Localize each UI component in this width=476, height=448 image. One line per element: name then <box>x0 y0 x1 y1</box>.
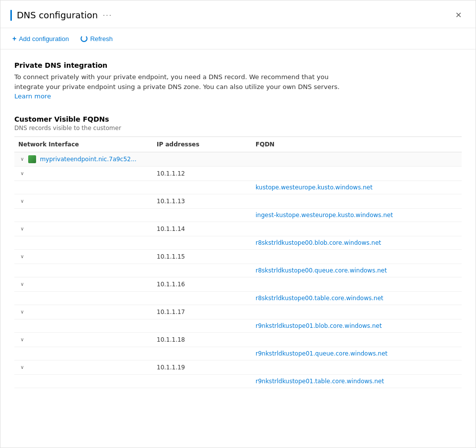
column-header-fqdn: FQDN <box>252 136 462 152</box>
row-chevron-3[interactable]: ∨ <box>18 253 26 261</box>
row-network-cell: ∨ <box>14 222 153 236</box>
refresh-button[interactable]: Refresh <box>79 34 115 44</box>
fqdn-ip-empty-2 <box>153 236 252 250</box>
fqdn-subtitle: DNS records visible to the customer <box>14 125 462 132</box>
row-ip-3: 10.1.1.15 <box>153 250 252 264</box>
row-fqdn-empty-5 <box>252 305 462 319</box>
private-dns-desc-text: To connect privately with your private e… <box>14 73 340 90</box>
row-fqdn-empty-1 <box>252 194 462 209</box>
nic-icon <box>28 155 36 163</box>
toolbar: + Add configuration Refresh <box>0 28 476 49</box>
table-row: r8skstrldkustope00.table.core.windows.ne… <box>14 292 462 305</box>
fqdn-indent-7 <box>14 375 153 388</box>
fqdn-value-7: r9nkstrldkustope01.table.core.windows.ne… <box>252 375 462 388</box>
table-row: r9nkstrldkustope01.blob.core.windows.net <box>14 319 462 333</box>
table-row: r8skstrldkustope00.queue.core.windows.ne… <box>14 264 462 277</box>
table-row: ∨ 10.1.1.15 <box>14 250 462 264</box>
fqdn-ip-empty-3 <box>153 264 252 277</box>
fqdn-ip-empty-0 <box>153 181 252 194</box>
row-ip-1: 10.1.1.13 <box>153 194 252 209</box>
row-network-cell: ∨ <box>14 277 153 292</box>
table-row: r9nkstrldkustope01.queue.core.windows.ne… <box>14 347 462 360</box>
panel-title-area: DNS configuration ··· <box>10 10 112 21</box>
fqdn-ip-empty-5 <box>153 319 252 333</box>
fqdn-value-2: r8skstrldkustope00.blob.core.windows.net <box>252 236 462 250</box>
row-ip-4: 10.1.1.16 <box>153 277 252 292</box>
row-network-cell: ∨ <box>14 167 153 181</box>
fqdn-indent-4 <box>14 292 153 305</box>
table-row: ∨ 10.1.1.13 <box>14 194 462 209</box>
refresh-icon <box>81 35 87 42</box>
private-dns-title: Private DNS integration <box>14 61 462 69</box>
fqdn-value-6: r9nkstrldkustope01.queue.core.windows.ne… <box>252 347 462 360</box>
fqdn-section-title: Customer Visible FQDNs <box>14 115 462 123</box>
row-chevron-4[interactable]: ∨ <box>18 280 26 288</box>
panel-header: DNS configuration ··· ✕ <box>0 0 476 28</box>
fqdn-value-0: kustope.westeurope.kusto.windows.net <box>252 181 462 194</box>
fqdn-indent-6 <box>14 347 153 360</box>
fqdn-indent-5 <box>14 319 153 333</box>
page-title: DNS configuration <box>17 10 98 20</box>
more-options-dots[interactable]: ··· <box>103 11 112 19</box>
row-fqdn-empty-3 <box>252 250 462 264</box>
table-row: ∨ 10.1.1.19 <box>14 360 462 375</box>
table-row: r9nkstrldkustope01.table.core.windows.ne… <box>14 375 462 388</box>
fqdn-ip-empty-4 <box>153 292 252 305</box>
row-ip-5: 10.1.1.17 <box>153 305 252 319</box>
title-bar-accent <box>10 10 12 21</box>
column-header-ip-addresses: IP addresses <box>153 136 252 152</box>
fqdn-indent-3 <box>14 264 153 277</box>
row-fqdn-empty-7 <box>252 360 462 375</box>
refresh-label: Refresh <box>90 35 113 43</box>
fqdn-indent-1 <box>14 209 153 222</box>
table-row: ∨ 10.1.1.12 <box>14 167 462 181</box>
add-configuration-label: Add configuration <box>19 35 69 43</box>
row-chevron-6[interactable]: ∨ <box>18 336 26 344</box>
row-network-cell: ∨ <box>14 305 153 319</box>
table-row: ∨ 10.1.1.14 <box>14 222 462 236</box>
row-fqdn-empty-6 <box>252 333 462 347</box>
row-fqdn-empty-0 <box>252 167 462 181</box>
row-network-cell: ∨ <box>14 250 153 264</box>
row-chevron-0[interactable]: ∨ <box>18 170 26 178</box>
row-ip-6: 10.1.1.18 <box>153 333 252 347</box>
row-chevron-2[interactable]: ∨ <box>18 225 26 233</box>
row-fqdn-empty-4 <box>252 277 462 292</box>
fqdn-table: Network Interface IP addresses FQDN ∨ my… <box>14 136 462 389</box>
private-dns-description: To connect privately with your private e… <box>14 72 350 101</box>
row-network-cell: ∨ <box>14 194 153 209</box>
table-row: ∨ 10.1.1.17 <box>14 305 462 319</box>
close-button[interactable]: ✕ <box>451 8 466 22</box>
table-row: ingest-kustope.westeurope.kusto.windows.… <box>14 209 462 222</box>
row-ip-0: 10.1.1.12 <box>153 167 252 181</box>
main-content: Private DNS integration To connect priva… <box>0 49 476 400</box>
plus-icon: + <box>12 35 16 43</box>
add-configuration-button[interactable]: + Add configuration <box>10 33 71 44</box>
column-header-network-interface: Network Interface <box>14 136 153 152</box>
nic-fqdn-empty <box>252 152 462 167</box>
private-dns-section: Private DNS integration To connect priva… <box>14 61 462 101</box>
fqdn-section: Customer Visible FQDNs DNS records visib… <box>14 115 462 389</box>
nic-chevron-down[interactable]: ∨ <box>18 155 26 163</box>
row-chevron-7[interactable]: ∨ <box>18 363 26 371</box>
nic-cell: ∨ myprivateendpoint.nic.7a9c52... <box>14 152 153 167</box>
row-ip-2: 10.1.1.14 <box>153 222 252 236</box>
table-row: kustope.westeurope.kusto.windows.net <box>14 181 462 194</box>
row-network-cell: ∨ <box>14 333 153 347</box>
table-row: r8skstrldkustope00.blob.core.windows.net <box>14 236 462 250</box>
nic-ip-empty <box>153 152 252 167</box>
fqdn-value-3: r8skstrldkustope00.queue.core.windows.ne… <box>252 264 462 277</box>
fqdn-value-4: r8skstrldkustope00.table.core.windows.ne… <box>252 292 462 305</box>
table-header-row: Network Interface IP addresses FQDN <box>14 136 462 152</box>
row-chevron-1[interactable]: ∨ <box>18 197 26 205</box>
fqdn-ip-empty-1 <box>153 209 252 222</box>
fqdn-ip-empty-7 <box>153 375 252 388</box>
learn-more-link[interactable]: Learn more <box>14 92 51 100</box>
fqdn-indent-2 <box>14 236 153 250</box>
row-chevron-5[interactable]: ∨ <box>18 308 26 316</box>
nic-name: myprivateendpoint.nic.7a9c52... <box>40 155 137 162</box>
row-network-cell: ∨ <box>14 360 153 375</box>
fqdn-indent-0 <box>14 181 153 194</box>
fqdn-ip-empty-6 <box>153 347 252 360</box>
row-ip-7: 10.1.1.19 <box>153 360 252 375</box>
